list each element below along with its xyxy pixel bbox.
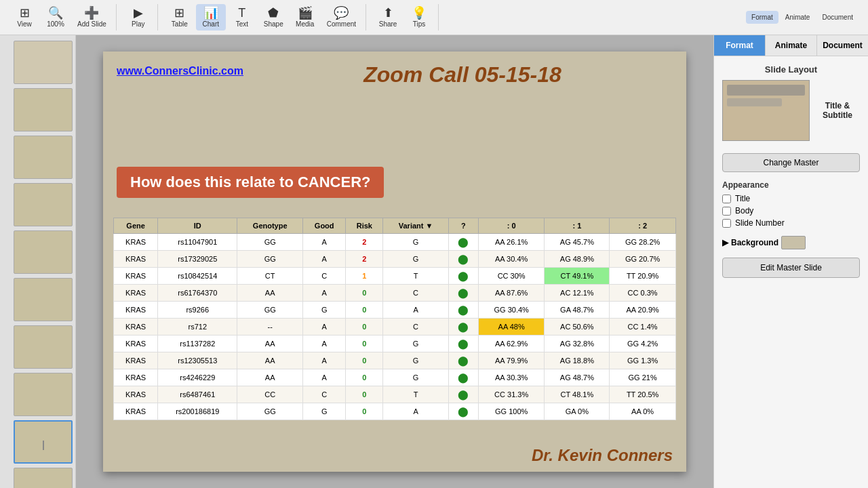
cell-col2: AA 0%	[610, 403, 676, 420]
animate-tab-btn[interactable]: Animate	[780, 11, 816, 24]
cell-col2: GG 4.2%	[610, 336, 676, 352]
share-button[interactable]: ⬆ Share	[373, 4, 403, 30]
play-icon: ▶	[134, 7, 143, 19]
title-checkbox-row: Title	[722, 194, 860, 203]
document-tab-btn[interactable]: Document	[816, 11, 859, 24]
chart-icon: 📊	[203, 7, 218, 19]
cell-variant: G	[383, 369, 449, 386]
slide-thumb-4[interactable]	[14, 183, 73, 226]
col-genotype: Genotype	[237, 218, 303, 234]
zoom-icon: 🔍	[48, 7, 63, 19]
cell-question: ⬤	[448, 251, 478, 268]
toolbar: ⊞ View 🔍 100% ➕ Add Slide ▶ Play ⊞ Table…	[0, 0, 868, 35]
cell-col2: CC 1.4%	[610, 319, 676, 336]
slide-canvas: www.ConnersClinic.com Zoom Call 05-15-18…	[103, 52, 686, 472]
background-swatch[interactable]	[781, 236, 806, 249]
table-row: KRAS rs12305513 AA A 0 G ⬤ AA 79.9% AG 1…	[114, 352, 676, 369]
slide-thumb-5[interactable]	[14, 230, 73, 274]
tab-document[interactable]: Document	[817, 35, 868, 56]
cell-question: ⬤	[448, 285, 478, 302]
slide-row-4: 4	[3, 183, 73, 228]
media-label: Media	[296, 20, 314, 28]
cell-risk: 1	[346, 268, 383, 285]
cell-genotype: GG	[237, 403, 303, 420]
cell-risk: 2	[346, 234, 383, 251]
play-label: Play	[132, 20, 144, 28]
slide-thumb-9[interactable]	[14, 420, 73, 464]
cell-genotype: CC	[237, 386, 303, 403]
cell-risk: 0	[346, 352, 383, 369]
cell-question: ⬤	[448, 319, 478, 336]
chart-button[interactable]: 📊 Chart	[196, 4, 226, 30]
change-master-button[interactable]: Change Master	[722, 153, 860, 172]
slide-thumb-1[interactable]	[14, 41, 73, 84]
tab-format[interactable]: Format	[714, 35, 766, 56]
cell-col1: AG 45.7%	[545, 234, 610, 251]
title-checkbox[interactable]	[722, 195, 731, 203]
cell-genotype: AA	[237, 285, 303, 302]
table-row: KRAS rs11047901 GG A 2 G ⬤ AA 26.1% AG 4…	[114, 234, 676, 251]
cell-col1: GA 48.7%	[545, 302, 610, 319]
cell-id: rs17329025	[158, 251, 237, 268]
slide-thumb-8[interactable]	[14, 373, 73, 416]
body-checkbox[interactable]	[722, 207, 731, 216]
format-tab-btn[interactable]: Format	[746, 11, 778, 24]
col-0: : 0	[478, 218, 545, 234]
zoom-button[interactable]: 🔍 100%	[41, 4, 71, 30]
slide-row-8: 8	[3, 373, 73, 418]
cell-question: ⬤	[448, 302, 478, 319]
slide-thumb-3[interactable]	[14, 136, 73, 179]
table-header-row: Gene ID Genotype Good Risk Variant ▼ ? :…	[114, 218, 676, 234]
slide-number-checkbox[interactable]	[722, 219, 731, 228]
slide-thumb-6[interactable]	[14, 278, 73, 321]
cell-question: ⬤	[448, 403, 478, 420]
cell-variant: A	[383, 302, 449, 319]
table-row: KRAS rs1137282 AA A 0 G ⬤ AA 62.9% AG 32…	[114, 336, 676, 352]
share-group: ⬆ Share 💡 Tips	[369, 4, 439, 30]
cell-col1: CT 49.1%	[545, 268, 610, 285]
cell-good: A	[303, 234, 346, 251]
cell-variant: C	[383, 319, 449, 336]
comment-button[interactable]: 💬 Comment	[321, 4, 361, 30]
cell-good: A	[303, 319, 346, 336]
cell-genotype: AA	[237, 336, 303, 352]
shape-button[interactable]: ⬟ Shape	[258, 4, 289, 30]
slide-thumb-2[interactable]	[14, 88, 73, 131]
cell-risk: 0	[346, 386, 383, 403]
view-button[interactable]: ⊞ View	[9, 4, 39, 30]
cell-id: rs9266	[158, 302, 237, 319]
cell-id: rs4246229	[158, 369, 237, 386]
background-header[interactable]: ▶ Background	[722, 236, 860, 249]
play-button[interactable]: ▶ Play	[123, 4, 153, 30]
slide-number-check-label: Slide Number	[735, 218, 785, 228]
text-button[interactable]: T Text	[227, 4, 257, 30]
slide-question: How does this relate to CANCER?	[117, 167, 384, 198]
col-2: : 2	[610, 218, 676, 234]
cell-genotype: AA	[237, 352, 303, 369]
cell-risk: 0	[346, 285, 383, 302]
background-chevron: ▶	[722, 238, 728, 247]
slide-row-9: 9	[3, 420, 73, 465]
slide-url: www.ConnersClinic.com	[117, 65, 243, 77]
cell-good: G	[303, 302, 346, 319]
table-row: KRAS rs200186819 GG G 0 A ⬤ GG 100% GA 0…	[114, 403, 676, 420]
tips-button[interactable]: 💡 Tips	[404, 4, 434, 30]
cell-col0: AA 26.1%	[478, 234, 545, 251]
cell-good: A	[303, 352, 346, 369]
media-icon: 🎬	[298, 7, 313, 19]
cell-gene: KRAS	[114, 302, 158, 319]
add-slide-button[interactable]: ➕ Add Slide	[72, 4, 112, 30]
slide-thumb-7[interactable]	[14, 325, 73, 369]
media-button[interactable]: 🎬 Media	[290, 4, 320, 30]
panel-tabs: Format Animate Document	[714, 35, 868, 56]
col-good: Good	[303, 218, 346, 234]
col-id: ID	[158, 218, 237, 234]
slide-thumb-10[interactable]	[14, 468, 73, 488]
slide-footer: Dr. Kevin Conners	[532, 446, 673, 465]
table-button[interactable]: ⊞ Table	[165, 4, 195, 30]
edit-master-button[interactable]: Edit Master Slide	[722, 258, 860, 278]
cell-good: A	[303, 285, 346, 302]
cell-genotype: --	[237, 319, 303, 336]
add-slide-label: Add Slide	[77, 20, 106, 28]
tab-animate[interactable]: Animate	[766, 35, 817, 56]
